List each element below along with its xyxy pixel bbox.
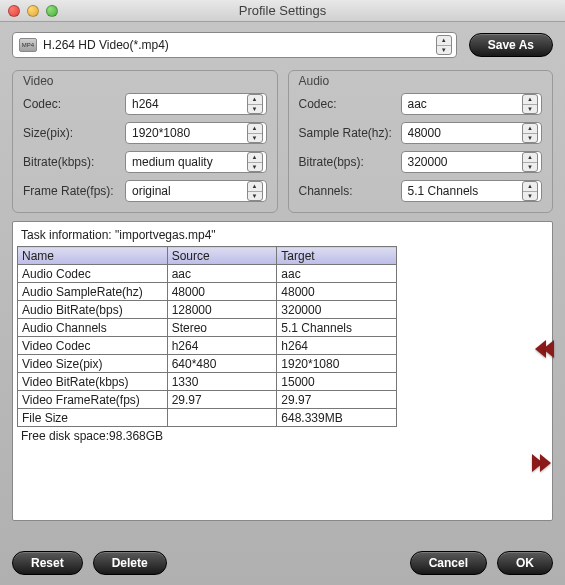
cell-target: aac xyxy=(277,265,397,283)
cell-source: Stereo xyxy=(167,319,277,337)
chevron-up-icon: ▲ xyxy=(437,36,451,46)
reset-button[interactable]: Reset xyxy=(12,551,83,575)
cell-source: aac xyxy=(167,265,277,283)
video-framerate-combo[interactable]: original▲▼ xyxy=(125,180,267,202)
table-row: Audio Codecaacaac xyxy=(18,265,397,283)
col-name-header: Name xyxy=(18,247,168,265)
forward-icon xyxy=(540,454,551,472)
cell-target: 5.1 Channels xyxy=(277,319,397,337)
ok-button[interactable]: OK xyxy=(497,551,553,575)
window-title: Profile Settings xyxy=(0,3,565,18)
audio-bitrate-stepper[interactable]: ▲▼ xyxy=(522,152,538,172)
cell-name: Audio SampleRate(hz) xyxy=(18,283,168,301)
audio-group: Audio Codec: aac▲▼ Sample Rate(hz): 4800… xyxy=(288,70,554,213)
video-codec-stepper[interactable]: ▲▼ xyxy=(247,94,263,114)
cell-target: 48000 xyxy=(277,283,397,301)
task-info-table: Name Source Target Audio CodecaacaacAudi… xyxy=(17,246,397,427)
cell-name: Video BitRate(kbps) xyxy=(18,373,168,391)
cell-source: 29.97 xyxy=(167,391,277,409)
profile-select[interactable]: MP4 H.264 HD Video(*.mp4) ▲▼ xyxy=(12,32,457,58)
mp4-icon: MP4 xyxy=(19,38,37,52)
audio-channels-label: Channels: xyxy=(299,184,401,198)
video-size-label: Size(pix): xyxy=(23,126,125,140)
audio-bitrate-label: Bitrate(bps): xyxy=(299,155,401,169)
video-group-title: Video xyxy=(23,74,53,88)
col-target-header: Target xyxy=(277,247,397,265)
cell-name: Video FrameRate(fps) xyxy=(18,391,168,409)
video-group: Video Codec: h264▲▼ Size(pix): 1920*1080… xyxy=(12,70,278,213)
table-row: File Size648.339MB xyxy=(18,409,397,427)
task-info-title: Task information: "importvegas.mp4" xyxy=(17,226,548,246)
audio-codec-label: Codec: xyxy=(299,97,401,111)
table-row: Video Size(pix)640*4801920*1080 xyxy=(18,355,397,373)
cell-source: 128000 xyxy=(167,301,277,319)
table-row: Video FrameRate(fps)29.9729.97 xyxy=(18,391,397,409)
audio-samplerate-label: Sample Rate(hz): xyxy=(299,126,401,140)
audio-group-title: Audio xyxy=(299,74,330,88)
cell-target: 1920*1080 xyxy=(277,355,397,373)
next-task-button[interactable] xyxy=(535,454,563,472)
task-info-panel: Task information: "importvegas.mp4" Name… xyxy=(12,221,553,521)
video-bitrate-label: Bitrate(kbps): xyxy=(23,155,125,169)
cell-source: 1330 xyxy=(167,373,277,391)
video-size-combo[interactable]: 1920*1080▲▼ xyxy=(125,122,267,144)
col-source-header: Source xyxy=(167,247,277,265)
cell-name: Video Codec xyxy=(18,337,168,355)
cell-source: h264 xyxy=(167,337,277,355)
audio-bitrate-combo[interactable]: 320000▲▼ xyxy=(401,151,543,173)
delete-button[interactable]: Delete xyxy=(93,551,167,575)
save-as-button[interactable]: Save As xyxy=(469,33,553,57)
cell-name: Video Size(pix) xyxy=(18,355,168,373)
cell-source: 640*480 xyxy=(167,355,277,373)
titlebar: Profile Settings xyxy=(0,0,565,22)
cell-target: 29.97 xyxy=(277,391,397,409)
video-size-stepper[interactable]: ▲▼ xyxy=(247,123,263,143)
audio-samplerate-stepper[interactable]: ▲▼ xyxy=(522,123,538,143)
free-disk-space: Free disk space:98.368GB xyxy=(17,427,548,445)
cell-target: 648.339MB xyxy=(277,409,397,427)
cell-target: 15000 xyxy=(277,373,397,391)
audio-samplerate-combo[interactable]: 48000▲▼ xyxy=(401,122,543,144)
cell-name: Audio BitRate(bps) xyxy=(18,301,168,319)
table-row: Video Codech264h264 xyxy=(18,337,397,355)
video-codec-combo[interactable]: h264▲▼ xyxy=(125,93,267,115)
cell-name: Audio Codec xyxy=(18,265,168,283)
prev-task-button[interactable] xyxy=(535,340,563,358)
table-row: Audio BitRate(bps)128000320000 xyxy=(18,301,397,319)
cancel-button[interactable]: Cancel xyxy=(410,551,487,575)
chevron-down-icon: ▼ xyxy=(437,46,451,55)
video-bitrate-combo[interactable]: medium quality▲▼ xyxy=(125,151,267,173)
video-framerate-label: Frame Rate(fps): xyxy=(23,184,125,198)
table-row: Audio ChannelsStereo5.1 Channels xyxy=(18,319,397,337)
table-row: Video BitRate(kbps)133015000 xyxy=(18,373,397,391)
video-framerate-stepper[interactable]: ▲▼ xyxy=(247,181,263,201)
table-row: Audio SampleRate(hz)4800048000 xyxy=(18,283,397,301)
profile-stepper[interactable]: ▲▼ xyxy=(436,35,452,55)
audio-codec-combo[interactable]: aac▲▼ xyxy=(401,93,543,115)
video-bitrate-stepper[interactable]: ▲▼ xyxy=(247,152,263,172)
cell-target: h264 xyxy=(277,337,397,355)
profile-select-label: H.264 HD Video(*.mp4) xyxy=(43,38,430,52)
cell-source xyxy=(167,409,277,427)
video-codec-label: Codec: xyxy=(23,97,125,111)
audio-channels-stepper[interactable]: ▲▼ xyxy=(522,181,538,201)
cell-name: File Size xyxy=(18,409,168,427)
cell-name: Audio Channels xyxy=(18,319,168,337)
cell-target: 320000 xyxy=(277,301,397,319)
audio-channels-combo[interactable]: 5.1 Channels▲▼ xyxy=(401,180,543,202)
audio-codec-stepper[interactable]: ▲▼ xyxy=(522,94,538,114)
rewind-icon xyxy=(543,340,554,358)
cell-source: 48000 xyxy=(167,283,277,301)
